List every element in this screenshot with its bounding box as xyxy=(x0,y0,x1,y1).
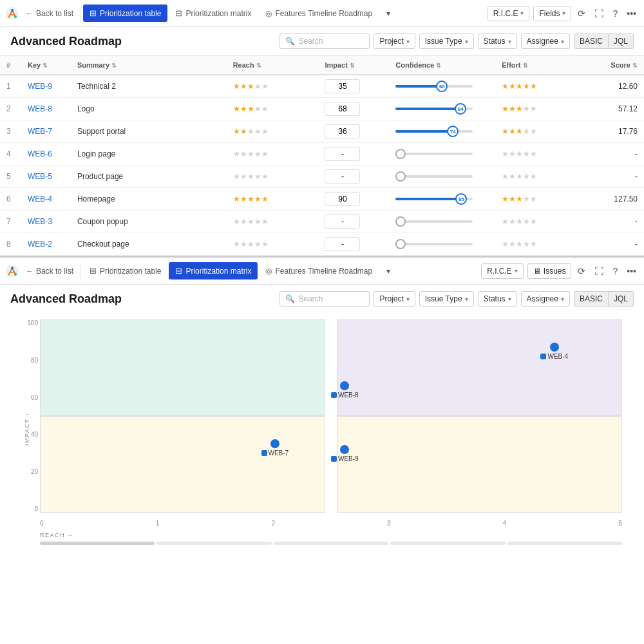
fields-dropdown[interactable]: Fields ▾ xyxy=(533,6,571,21)
row-impact[interactable] xyxy=(318,75,389,98)
bottom-more-button[interactable]: ••• xyxy=(624,263,639,279)
row-key[interactable]: WEB-9 xyxy=(21,75,71,98)
row-impact[interactable] xyxy=(318,98,389,120)
bottom-refresh-button[interactable]: ⟳ xyxy=(575,263,588,279)
row-reach[interactable]: ★★★★★ xyxy=(227,166,319,188)
bottom-basic-view-button[interactable]: BASIC xyxy=(574,291,609,307)
refresh-button[interactable]: ⟳ xyxy=(575,6,588,21)
bottom-status-filter[interactable]: Status ▾ xyxy=(478,291,517,307)
help-button[interactable]: ? xyxy=(610,6,620,21)
basic-view-button[interactable]: BASIC xyxy=(574,33,609,49)
bottom-issue-type-filter[interactable]: Issue Type ▾ xyxy=(419,291,474,307)
project-filter[interactable]: Project ▾ xyxy=(374,33,415,49)
issues-button[interactable]: 🖥 Issues xyxy=(527,263,572,279)
row-effort[interactable]: ★★★★★ xyxy=(495,98,587,120)
impact-input[interactable] xyxy=(325,237,360,251)
bottom-search-box[interactable]: 🔍 Search xyxy=(279,291,370,307)
col-confidence-header[interactable]: Confidence ⇅ xyxy=(389,56,495,75)
row-key[interactable]: WEB-7 xyxy=(21,120,71,143)
status-filter[interactable]: Status ▾ xyxy=(478,33,517,49)
row-effort[interactable]: ★★★★★ xyxy=(495,211,587,233)
data-point-web7[interactable]: WEB-7 xyxy=(261,439,289,457)
col-reach-header[interactable]: Reach ⇅ xyxy=(227,56,319,75)
row-impact[interactable] xyxy=(318,233,389,256)
col-impact-header[interactable]: Impact ⇅ xyxy=(318,56,389,75)
row-impact[interactable] xyxy=(318,188,389,211)
bottom-tab-matrix[interactable]: ⊟ Prioritization matrix xyxy=(169,262,258,279)
key-link[interactable]: WEB-9 xyxy=(28,82,52,91)
key-link[interactable]: WEB-6 xyxy=(28,149,52,158)
row-reach[interactable]: ★★★★★ xyxy=(227,98,319,120)
bottom-jql-view-button[interactable]: JQL xyxy=(609,291,634,307)
row-key[interactable]: WEB-6 xyxy=(21,143,71,166)
row-key[interactable]: WEB-5 xyxy=(21,166,71,188)
data-point-web4[interactable]: WEB-4 xyxy=(540,343,568,360)
row-key[interactable]: WEB-8 xyxy=(21,98,71,120)
data-point-web8[interactable]: WEB-8 xyxy=(331,381,359,399)
key-link[interactable]: WEB-8 xyxy=(28,104,52,113)
row-effort[interactable]: ★★★★★ xyxy=(495,120,587,143)
col-effort-header[interactable]: Effort ⇅ xyxy=(495,56,587,75)
key-link[interactable]: WEB-4 xyxy=(28,194,52,204)
row-confidence[interactable] xyxy=(389,166,495,188)
bottom-help-button[interactable]: ? xyxy=(610,263,620,279)
assignee-filter[interactable]: Assignee ▾ xyxy=(521,33,570,49)
impact-input[interactable] xyxy=(325,124,360,138)
col-summary-header[interactable]: Summary ⇅ xyxy=(71,56,227,75)
impact-input[interactable] xyxy=(325,169,360,184)
tab-features-timeline[interactable]: ◎ Features Timeline Roadmap xyxy=(259,5,379,22)
impact-input[interactable] xyxy=(325,214,360,229)
key-link[interactable]: WEB-3 xyxy=(28,217,52,226)
data-point-web9[interactable]: WEB-9 xyxy=(331,445,359,462)
row-reach[interactable]: ★★★★★ xyxy=(227,233,319,256)
row-reach[interactable]: ★★★★★ xyxy=(227,143,319,166)
row-confidence[interactable]: 84 xyxy=(389,98,495,120)
row-effort[interactable]: ★★★★★ xyxy=(495,143,587,166)
key-link[interactable]: WEB-7 xyxy=(28,127,52,136)
row-confidence[interactable]: 85 xyxy=(389,188,495,211)
row-key[interactable]: WEB-3 xyxy=(21,211,71,233)
row-reach[interactable]: ★★★★★ xyxy=(227,120,319,143)
col-score-header[interactable]: Score ⇅ xyxy=(587,56,644,75)
bottom-back-button[interactable]: ← Back to list xyxy=(22,264,77,278)
bottom-tab-dropdown[interactable]: ▾ xyxy=(380,263,397,279)
row-effort[interactable]: ★★★★★ xyxy=(495,188,587,211)
key-link[interactable]: WEB-2 xyxy=(28,240,52,249)
row-reach[interactable]: ★★★★★ xyxy=(227,75,319,98)
search-box[interactable]: 🔍 Search xyxy=(279,33,370,49)
col-key-header[interactable]: Key ⇅ xyxy=(21,56,71,75)
row-key[interactable]: WEB-2 xyxy=(21,233,71,256)
tab-prioritization-matrix[interactable]: ⊟ Prioritization matrix xyxy=(169,5,258,22)
row-effort[interactable]: ★★★★★ xyxy=(495,233,587,256)
row-confidence[interactable]: 60 xyxy=(389,75,495,98)
bottom-tab-timeline[interactable]: ◎ Features Timeline Roadmap xyxy=(259,263,379,279)
more-button[interactable]: ••• xyxy=(624,6,639,21)
row-reach[interactable]: ★★★★★ xyxy=(227,211,319,233)
bottom-fullscreen-button[interactable]: ⛶ xyxy=(592,263,606,279)
row-confidence[interactable]: 74 xyxy=(389,120,495,143)
impact-input[interactable] xyxy=(325,79,360,93)
row-key[interactable]: WEB-4 xyxy=(21,188,71,211)
row-effort[interactable]: ★★★★★ xyxy=(495,166,587,188)
x-scrollbar[interactable] xyxy=(40,542,622,545)
impact-input[interactable] xyxy=(325,192,360,206)
row-impact[interactable] xyxy=(318,211,389,233)
row-confidence[interactable] xyxy=(389,233,495,256)
back-to-list-button[interactable]: ← Back to list xyxy=(22,6,77,21)
row-impact[interactable] xyxy=(318,166,389,188)
issue-type-filter[interactable]: Issue Type ▾ xyxy=(419,33,474,49)
bottom-tab-table[interactable]: ⊞ Prioritization table xyxy=(83,262,167,279)
bottom-rice-dropdown[interactable]: R.I.C.E ▾ xyxy=(481,263,524,279)
tab-dropdown-button[interactable]: ▾ xyxy=(380,5,397,22)
row-confidence[interactable] xyxy=(389,211,495,233)
row-effort[interactable]: ★★★★★ xyxy=(495,75,587,98)
bottom-assignee-filter[interactable]: Assignee ▾ xyxy=(521,291,570,307)
row-confidence[interactable] xyxy=(389,143,495,166)
row-reach[interactable]: ★★★★★ xyxy=(227,188,319,211)
tab-prioritization-table[interactable]: ⊞ Prioritization table xyxy=(83,5,167,22)
bottom-project-filter[interactable]: Project ▾ xyxy=(374,291,415,307)
fullscreen-button[interactable]: ⛶ xyxy=(592,6,606,21)
impact-input[interactable] xyxy=(325,102,360,116)
row-impact[interactable] xyxy=(318,120,389,143)
row-impact[interactable] xyxy=(318,143,389,166)
